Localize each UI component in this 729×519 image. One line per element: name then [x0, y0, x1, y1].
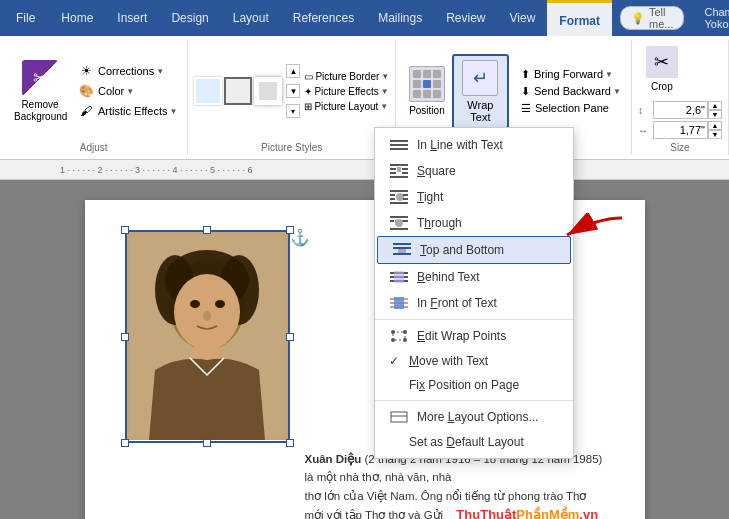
corrections-button[interactable]: ☀ Corrections ▼	[74, 61, 181, 81]
picture-styles-group: ▲ ▼ ▾ ▭ Picture Border ▼ ✦ Picture Effec…	[188, 40, 396, 155]
menu-item-behind[interactable]: Behind Text	[375, 264, 573, 290]
width-up[interactable]: ▲	[708, 101, 722, 110]
editwrap-icon	[389, 328, 409, 344]
topbottom-wrap-icon	[392, 242, 412, 258]
adjust-content: ✂ Remove Background ☀ Corrections ▼ 🎨 Co…	[6, 42, 181, 140]
tab-mailings[interactable]: Mailings	[366, 0, 434, 36]
crop-button[interactable]: ✂ Crop	[638, 42, 686, 96]
handle-bc[interactable]	[203, 439, 211, 447]
svg-rect-52	[391, 412, 407, 422]
tab-home[interactable]: Home	[49, 0, 105, 36]
ribbon: File Home Insert Design Layout Reference…	[0, 0, 729, 36]
infront-label: In Front of Text	[417, 296, 497, 310]
height-row: ↔ ▲ ▼	[638, 121, 722, 139]
tab-view[interactable]: View	[498, 0, 548, 36]
menu-item-through[interactable]: Through	[375, 210, 573, 236]
wrap-text-button[interactable]: ↵ WrapText	[452, 54, 509, 129]
height-icon: ↔	[638, 125, 650, 136]
style-thumb-3[interactable]	[254, 77, 282, 105]
picture-effects-label: Picture Effects	[314, 86, 378, 97]
tab-design[interactable]: Design	[159, 0, 220, 36]
style-thumb-2[interactable]	[224, 77, 252, 105]
morelayout-icon	[389, 409, 409, 425]
wrap-text-label: WrapText	[467, 99, 493, 123]
send-backward-label: Send Backward	[534, 85, 611, 97]
artistic-label: Artistic Effects	[98, 105, 167, 117]
picture-layout-button[interactable]: ⊞ Picture Layout ▼	[300, 99, 393, 114]
width-down[interactable]: ▼	[708, 110, 722, 119]
adjust-label: Adjust	[6, 140, 181, 153]
user-name[interactable]: Cham Yoko	[692, 0, 729, 36]
handle-tc[interactable]	[203, 226, 211, 234]
watermark-mem: Mềm	[549, 507, 579, 519]
picture-effects-button[interactable]: ✦ Picture Effects ▼	[300, 84, 393, 99]
svg-rect-21	[390, 190, 408, 192]
tab-review[interactable]: Review	[434, 0, 497, 36]
menu-divider-2	[375, 400, 573, 401]
inline-label: In Line with Text	[417, 138, 503, 152]
handle-lc[interactable]	[121, 333, 129, 341]
color-button[interactable]: 🎨 Color ▼	[74, 81, 181, 101]
bring-forward-label: Bring Forward	[534, 68, 603, 80]
tab-references[interactable]: References	[281, 0, 366, 36]
svg-rect-12	[390, 144, 408, 146]
tab-format[interactable]: Format	[547, 0, 612, 36]
picture-border-button[interactable]: ▭ Picture Border ▼	[300, 69, 393, 84]
remove-background-button[interactable]: ✂ Remove Background	[6, 56, 74, 127]
svg-rect-42	[394, 271, 404, 283]
style-down-button[interactable]: ▼	[286, 84, 300, 98]
position-button[interactable]: Position	[402, 62, 452, 120]
menu-item-morelayout[interactable]: More Layout Options...	[375, 404, 573, 430]
handle-tr[interactable]	[286, 226, 294, 234]
tell-me-input[interactable]: 💡Tell me...	[620, 6, 684, 30]
artistic-effects-button[interactable]: 🖌 Artistic Effects ▼	[74, 101, 181, 121]
through-wrap-icon	[389, 215, 409, 231]
bring-forward-button[interactable]: ⬆ Bring Forward ▼	[517, 66, 625, 83]
layout-arrow: ▼	[380, 102, 388, 111]
menu-item-editwrap[interactable]: Edit Wrap Points	[375, 323, 573, 349]
arrange-content: Position ↵ WrapText ⬆ Bring Forward ▼ ⬇ …	[402, 42, 625, 140]
menu-item-infront[interactable]: In Front of Text	[375, 290, 573, 316]
height-down[interactable]: ▼	[708, 130, 722, 139]
style-up-button[interactable]: ▲	[286, 64, 300, 78]
inline-wrap-icon	[389, 137, 409, 153]
tab-insert[interactable]: Insert	[105, 0, 159, 36]
corrections-icon: ☀	[78, 63, 94, 79]
selection-pane-button[interactable]: ☰ Selection Pane	[517, 100, 625, 117]
handle-br[interactable]	[286, 439, 294, 447]
svg-rect-20	[390, 176, 408, 178]
svg-rect-15	[390, 168, 396, 170]
portrait-image	[125, 230, 290, 440]
style-more-button[interactable]: ▾	[286, 104, 300, 118]
style-thumb-1[interactable]	[194, 77, 222, 105]
menu-item-square[interactable]: Square	[375, 158, 573, 184]
selection-pane-label: Selection Pane	[535, 102, 609, 114]
menu-item-topbottom[interactable]: Top and Bottom	[377, 236, 571, 264]
handle-bl[interactable]	[121, 439, 129, 447]
height-up[interactable]: ▲	[708, 121, 722, 130]
menu-item-movewith[interactable]: ✓ Move with Text	[375, 349, 573, 373]
menu-item-setdefault[interactable]: ✓ Set as Default Layout	[375, 430, 573, 454]
menu-item-fixpos[interactable]: ✓ Fix Position on Page	[375, 373, 573, 397]
svg-rect-24	[403, 194, 408, 196]
picture-styles-content: ▲ ▼ ▾ ▭ Picture Border ▼ ✦ Picture Effec…	[194, 42, 389, 140]
artistic-icon: 🖌	[78, 103, 94, 119]
movewith-check: ✓	[389, 354, 401, 368]
menu-item-tight[interactable]: Tight	[375, 184, 573, 210]
svg-rect-25	[390, 198, 395, 200]
send-backward-button[interactable]: ⬇ Send Backward ▼	[517, 83, 625, 100]
handle-tl[interactable]	[121, 226, 129, 234]
tell-me-label: Tell me...	[649, 6, 673, 30]
menu-item-inline[interactable]: In Line with Text	[375, 132, 573, 158]
tab-layout[interactable]: Layout	[221, 0, 281, 36]
svg-point-50	[391, 338, 395, 342]
watermark-thuat: Thuật	[480, 507, 516, 519]
tab-file[interactable]: File	[4, 0, 47, 36]
image-container[interactable]: ⚓	[125, 230, 290, 443]
svg-rect-22	[390, 194, 395, 196]
handle-rc[interactable]	[286, 333, 294, 341]
svg-rect-16	[397, 167, 401, 172]
height-input[interactable]	[653, 121, 708, 139]
width-input[interactable]	[653, 101, 708, 119]
svg-point-51	[403, 338, 407, 342]
